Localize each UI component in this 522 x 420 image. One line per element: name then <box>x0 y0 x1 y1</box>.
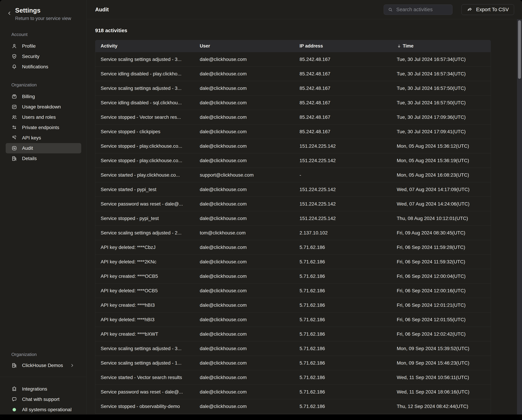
cell-ip: 151.224.225.142 <box>299 216 397 221</box>
sidebar-item-details[interactable]: Details <box>6 153 81 164</box>
export-csv-button[interactable]: Export To CSV <box>461 4 514 15</box>
sidebar-item-billing[interactable]: Billing <box>6 91 81 102</box>
table-row[interactable]: API key deleted: ****OCB5 dale@clickhous… <box>95 283 491 298</box>
table-row[interactable]: API key created: ****OCB5 dale@clickhous… <box>95 269 491 283</box>
table-row[interactable]: Service stopped - play.clickhouse.co... … <box>95 139 491 153</box>
cell-user: dale@clickhouse.com <box>200 245 299 250</box>
cell-ip: 5.71.62.186 <box>299 331 397 337</box>
vertical-scrollbar[interactable] <box>517 19 522 417</box>
table-row[interactable]: Service stopped - clickpipes dale@clickh… <box>95 124 491 139</box>
sidebar-title: Settings <box>15 7 71 14</box>
column-header-activity[interactable]: Activity <box>95 43 200 49</box>
puzzle-icon <box>11 386 17 392</box>
column-header-user[interactable]: User <box>200 43 299 49</box>
cell-activity: Service scaling settings adjusted - 2... <box>95 230 200 236</box>
sidebar-item-usage-breakdown[interactable]: Usage breakdown <box>6 102 81 112</box>
cell-user: dale@clickhouse.com <box>200 331 299 337</box>
sidebar-item-label: Details <box>22 156 37 161</box>
cell-time: Wed, 07 Aug 2024 14:17:09(UTC) <box>397 187 491 192</box>
table-row[interactable]: Service stopped - play.clickhouse.co... … <box>95 153 491 168</box>
cell-ip: 151.224.225.142 <box>299 201 397 207</box>
billing-icon <box>11 94 17 100</box>
sidebar-item-security[interactable]: Security <box>6 51 81 62</box>
sidebar-item-label: All systems operational <box>22 407 72 412</box>
cell-ip: 85.242.48.167 <box>299 129 397 134</box>
table-row[interactable]: Service stopped - observability-demo dal… <box>95 399 491 414</box>
table-row[interactable]: API key deleted: ****2KNc dale@clickhous… <box>95 255 491 269</box>
cell-time: Wed, 11 Sep 2024 10:56:11(UTC) <box>397 375 491 380</box>
sidebar-item-notifications[interactable]: Notifications <box>6 62 81 72</box>
table-row[interactable]: API key created: ****bXWT dale@clickhous… <box>95 327 491 341</box>
cell-activity: Service scaling settings adjusted - 3... <box>95 86 200 91</box>
cell-time: Tue, 30 Jul 2024 16:57:34(UTC) <box>397 57 491 62</box>
sidebar-item-users-and-roles[interactable]: Users and roles <box>6 112 81 122</box>
table-row[interactable]: Service scaling settings adjusted - 3...… <box>95 81 491 95</box>
building-icon <box>11 363 17 368</box>
cell-activity: Service password was reset - dale@... <box>95 389 200 395</box>
table-row[interactable]: Service started - play.clickhouse.co... … <box>95 168 491 182</box>
shield-check-icon <box>11 54 17 59</box>
cell-activity: Service started - play.clickhouse.co... <box>95 172 200 178</box>
table-row[interactable]: API key deleted: ****hBI3 dale@clickhous… <box>95 312 491 327</box>
cell-time: Mon, 05 Aug 2024 15:36:12(UTC) <box>397 143 491 149</box>
cell-user: tom@clickhouse.com <box>200 230 299 236</box>
cell-user: dale@clickhouse.com <box>200 404 299 409</box>
cell-user: dale@clickhouse.com <box>200 273 299 279</box>
search-input[interactable] <box>396 7 449 12</box>
cell-activity: Service stopped - Vector search res... <box>95 115 200 120</box>
table-row[interactable]: Service stopped - Vector search res... d… <box>95 110 491 124</box>
cell-user: dale@clickhouse.com <box>200 201 299 207</box>
table-row[interactable]: Service scaling settings adjusted - 2...… <box>95 226 491 240</box>
cell-user: dale@clickhouse.com <box>200 115 299 120</box>
table-row[interactable]: Service scaling settings adjusted - 3...… <box>95 52 491 67</box>
sidebar-item-chat-with-support[interactable]: Chat with support <box>6 394 81 404</box>
cell-time: Tue, 30 Jul 2024 17:09:36(UTC) <box>397 115 491 120</box>
cell-user: dale@clickhouse.com <box>200 143 299 149</box>
settings-sidebar: Settings Return to your service view Acc… <box>0 0 86 417</box>
sidebar-item-audit[interactable]: Audit <box>6 143 81 153</box>
sidebar-item-label: Private endpoints <box>22 125 59 130</box>
sidebar-item-label: Integrations <box>22 386 47 392</box>
scrollbar-thumb[interactable] <box>518 20 521 79</box>
table-row[interactable]: Service idling disabled - play.clickho..… <box>95 67 491 81</box>
cell-user: dale@clickhouse.com <box>200 71 299 77</box>
sidebar-item-integrations[interactable]: Integrations <box>6 384 81 394</box>
table-row[interactable]: API key created: ****hBI3 dale@clickhous… <box>95 298 491 312</box>
table-row[interactable]: Service scaling settings adjusted - 1...… <box>95 356 491 370</box>
table-row[interactable]: Service password was reset - dale@... da… <box>95 197 491 211</box>
cell-user: dale@clickhouse.com <box>200 100 299 106</box>
table-row[interactable]: Service idling disabled - sql.clickhou..… <box>95 95 491 110</box>
org-switcher[interactable]: ClickHouse Demos <box>6 360 81 371</box>
sidebar-item-system-status[interactable]: All systems operational <box>6 404 81 415</box>
chevron-left-icon <box>7 11 12 16</box>
cell-user: dale@clickhouse.com <box>200 360 299 366</box>
table-row[interactable]: Service stopped - pypi_test dale@clickho… <box>95 211 491 226</box>
search-icon <box>388 7 393 12</box>
cell-activity: API key created: ****bXWT <box>95 331 200 337</box>
cell-time: Thu, 08 Aug 2024 10:12:01(UTC) <box>397 216 491 221</box>
cell-time: Fri, 06 Sep 2024 11:59:32(UTC) <box>397 259 491 264</box>
column-header-time[interactable]: Time <box>397 43 491 49</box>
audit-content: 918 activities Activity User IP address … <box>86 19 522 417</box>
sidebar-item-label: Audit <box>22 146 33 151</box>
table-row[interactable]: Service scaling settings adjusted - 3...… <box>95 341 491 356</box>
app-window: Settings Return to your service view Acc… <box>0 0 522 417</box>
cell-time: Fri, 06 Sep 2024 12:01:21(UTC) <box>397 303 491 308</box>
column-header-time-label: Time <box>403 43 414 49</box>
sidebar-item-profile[interactable]: Profile <box>6 41 81 51</box>
sidebar-item-private-endpoints[interactable]: Private endpoints <box>6 122 81 133</box>
cell-time: Wed, 07 Aug 2024 14:24:06(UTC) <box>397 201 491 207</box>
users-icon <box>11 114 17 120</box>
cell-time: Wed, 11 Sep 2024 18:06:16(UTC) <box>397 389 491 395</box>
table-row[interactable]: Service password was reset - dale@... da… <box>95 385 491 399</box>
table-row[interactable]: Service started - pypi_test dale@clickho… <box>95 182 491 197</box>
cell-ip: 5.71.62.186 <box>299 346 397 351</box>
sidebar-item-label: Notifications <box>22 64 48 70</box>
table-row[interactable]: Service started - Vector search results … <box>95 370 491 385</box>
search-box[interactable] <box>384 4 453 15</box>
sidebar-item-api-keys[interactable]: API keys <box>6 133 81 143</box>
table-row[interactable]: API key deleted: ****CbzJ dale@clickhous… <box>95 240 491 255</box>
back-button[interactable] <box>7 11 12 16</box>
column-header-ip[interactable]: IP address <box>299 43 397 49</box>
sidebar-item-label: Profile <box>22 43 36 49</box>
